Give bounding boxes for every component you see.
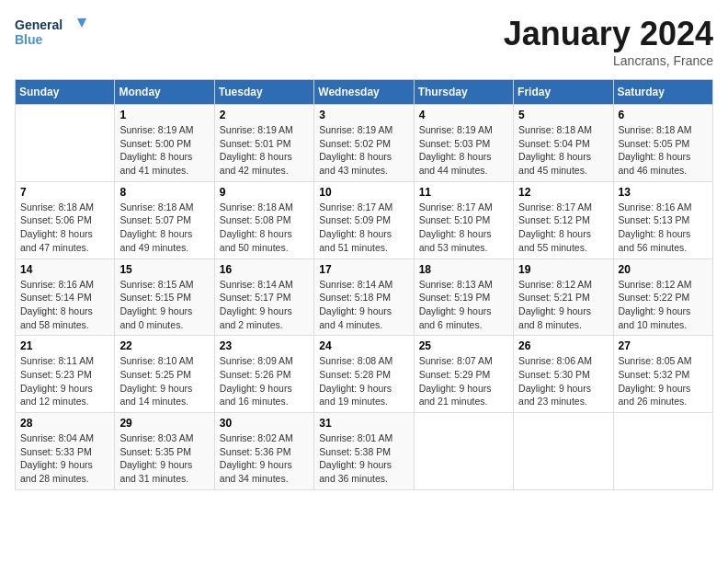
calendar-header: SundayMondayTuesdayWednesdayThursdayFrid… — [16, 80, 713, 105]
calendar-cell: 17Sunrise: 8:14 AMSunset: 5:18 PMDayligh… — [314, 259, 414, 336]
title-block: January 2024 Lancrans, France — [504, 15, 713, 68]
day-info: Sunrise: 8:16 AMSunset: 5:14 PMDaylight:… — [20, 278, 109, 332]
day-info: Sunrise: 8:13 AMSunset: 5:19 PMDaylight:… — [419, 278, 508, 332]
calendar-cell: 23Sunrise: 8:09 AMSunset: 5:26 PMDayligh… — [214, 336, 313, 413]
day-info: Sunrise: 8:07 AMSunset: 5:29 PMDaylight:… — [419, 354, 508, 408]
calendar-cell: 6Sunrise: 8:18 AMSunset: 5:05 PMDaylight… — [613, 105, 712, 182]
day-number: 7 — [20, 186, 109, 199]
day-number: 22 — [119, 339, 209, 352]
day-number: 21 — [20, 339, 109, 352]
day-info: Sunrise: 8:11 AMSunset: 5:23 PMDaylight:… — [20, 354, 109, 408]
day-number: 11 — [419, 186, 508, 199]
calendar-cell: 26Sunrise: 8:06 AMSunset: 5:30 PMDayligh… — [514, 336, 613, 413]
calendar-cell: 1Sunrise: 8:19 AMSunset: 5:00 PMDaylight… — [115, 105, 214, 182]
calendar-cell: 31Sunrise: 8:01 AMSunset: 5:38 PMDayligh… — [314, 413, 414, 490]
calendar-cell: 22Sunrise: 8:10 AMSunset: 5:25 PMDayligh… — [115, 336, 214, 413]
logo-svg: General Blue — [15, 15, 88, 48]
day-info: Sunrise: 8:18 AMSunset: 5:04 PMDaylight:… — [518, 123, 608, 178]
calendar-table: SundayMondayTuesdayWednesdayThursdayFrid… — [15, 79, 713, 490]
day-number: 5 — [518, 109, 608, 121]
day-number: 14 — [20, 263, 109, 276]
day-info: Sunrise: 8:18 AMSunset: 5:08 PMDaylight:… — [220, 201, 309, 255]
calendar-cell: 30Sunrise: 8:02 AMSunset: 5:36 PMDayligh… — [214, 413, 313, 490]
day-info: Sunrise: 8:19 AMSunset: 5:02 PMDaylight:… — [319, 123, 408, 178]
calendar-cell: 20Sunrise: 8:12 AMSunset: 5:22 PMDayligh… — [613, 259, 712, 336]
day-info: Sunrise: 8:14 AMSunset: 5:17 PMDaylight:… — [220, 278, 309, 332]
day-number: 10 — [319, 186, 408, 199]
day-number: 12 — [518, 186, 608, 199]
header-thursday: Thursday — [414, 80, 513, 105]
day-number: 25 — [419, 339, 508, 352]
day-info: Sunrise: 8:16 AMSunset: 5:13 PMDaylight:… — [619, 201, 708, 255]
day-number: 8 — [119, 186, 209, 199]
calendar-cell: 2Sunrise: 8:19 AMSunset: 5:01 PMDaylight… — [214, 105, 313, 182]
day-info: Sunrise: 8:10 AMSunset: 5:25 PMDaylight:… — [119, 354, 209, 408]
calendar-cell: 24Sunrise: 8:08 AMSunset: 5:28 PMDayligh… — [314, 336, 414, 413]
day-info: Sunrise: 8:02 AMSunset: 5:36 PMDaylight:… — [220, 431, 309, 486]
day-number: 28 — [20, 417, 109, 430]
calendar-cell: 8Sunrise: 8:18 AMSunset: 5:07 PMDaylight… — [115, 181, 214, 259]
day-number: 13 — [619, 186, 708, 199]
day-number: 15 — [119, 263, 209, 276]
day-number: 16 — [220, 263, 309, 276]
calendar-cell: 5Sunrise: 8:18 AMSunset: 5:04 PMDaylight… — [514, 105, 613, 182]
calendar-cell: 13Sunrise: 8:16 AMSunset: 5:13 PMDayligh… — [613, 181, 712, 259]
header-wednesday: Wednesday — [314, 80, 414, 105]
day-info: Sunrise: 8:18 AMSunset: 5:06 PMDaylight:… — [20, 201, 109, 255]
day-number: 1 — [119, 109, 209, 121]
calendar-cell: 15Sunrise: 8:15 AMSunset: 5:15 PMDayligh… — [115, 259, 214, 336]
calendar-cell: 21Sunrise: 8:11 AMSunset: 5:23 PMDayligh… — [16, 336, 115, 413]
calendar-cell: 3Sunrise: 8:19 AMSunset: 5:02 PMDaylight… — [314, 105, 414, 182]
calendar-cell — [613, 413, 712, 490]
day-number: 20 — [619, 263, 708, 276]
day-info: Sunrise: 8:04 AMSunset: 5:33 PMDaylight:… — [20, 431, 109, 486]
calendar-cell: 28Sunrise: 8:04 AMSunset: 5:33 PMDayligh… — [16, 413, 115, 490]
calendar-cell: 4Sunrise: 8:19 AMSunset: 5:03 PMDaylight… — [414, 105, 513, 182]
location: Lancrans, France — [504, 53, 713, 68]
calendar-cell: 16Sunrise: 8:14 AMSunset: 5:17 PMDayligh… — [214, 259, 313, 336]
day-info: Sunrise: 8:14 AMSunset: 5:18 PMDaylight:… — [319, 278, 408, 332]
day-number: 3 — [319, 109, 408, 121]
day-number: 17 — [319, 263, 408, 276]
calendar-cell — [414, 413, 513, 490]
day-info: Sunrise: 8:12 AMSunset: 5:21 PMDaylight:… — [518, 278, 608, 332]
day-number: 24 — [319, 339, 408, 352]
day-info: Sunrise: 8:19 AMSunset: 5:00 PMDaylight:… — [119, 123, 209, 178]
day-number: 19 — [518, 263, 608, 276]
calendar-cell: 25Sunrise: 8:07 AMSunset: 5:29 PMDayligh… — [414, 336, 513, 413]
day-number: 31 — [319, 417, 408, 430]
day-info: Sunrise: 8:12 AMSunset: 5:22 PMDaylight:… — [619, 278, 708, 332]
svg-text:General: General — [15, 17, 63, 32]
day-number: 9 — [220, 186, 309, 199]
day-info: Sunrise: 8:17 AMSunset: 5:12 PMDaylight:… — [518, 201, 608, 255]
day-number: 29 — [119, 417, 209, 430]
day-number: 6 — [619, 109, 708, 121]
calendar-cell — [16, 105, 115, 182]
header-tuesday: Tuesday — [214, 80, 313, 105]
svg-marker-2 — [77, 18, 86, 28]
day-info: Sunrise: 8:03 AMSunset: 5:35 PMDaylight:… — [119, 431, 209, 486]
calendar-cell: 18Sunrise: 8:13 AMSunset: 5:19 PMDayligh… — [414, 259, 513, 336]
day-info: Sunrise: 8:17 AMSunset: 5:10 PMDaylight:… — [419, 201, 508, 255]
page-header: General Blue January 2024 Lancrans, Fran… — [15, 15, 713, 68]
day-info: Sunrise: 8:06 AMSunset: 5:30 PMDaylight:… — [518, 354, 608, 408]
header-friday: Friday — [514, 80, 613, 105]
calendar-cell: 11Sunrise: 8:17 AMSunset: 5:10 PMDayligh… — [414, 181, 513, 259]
header-monday: Monday — [115, 80, 214, 105]
day-info: Sunrise: 8:18 AMSunset: 5:05 PMDaylight:… — [619, 123, 708, 178]
header-saturday: Saturday — [613, 80, 712, 105]
day-info: Sunrise: 8:01 AMSunset: 5:38 PMDaylight:… — [319, 431, 408, 486]
day-info: Sunrise: 8:09 AMSunset: 5:26 PMDaylight:… — [220, 354, 309, 408]
day-number: 23 — [220, 339, 309, 352]
calendar-cell: 12Sunrise: 8:17 AMSunset: 5:12 PMDayligh… — [514, 181, 613, 259]
day-info: Sunrise: 8:19 AMSunset: 5:01 PMDaylight:… — [220, 123, 309, 178]
header-sunday: Sunday — [16, 80, 115, 105]
svg-text:Blue: Blue — [15, 32, 43, 47]
day-info: Sunrise: 8:08 AMSunset: 5:28 PMDaylight:… — [319, 354, 408, 408]
calendar-cell: 29Sunrise: 8:03 AMSunset: 5:35 PMDayligh… — [115, 413, 214, 490]
day-number: 2 — [220, 109, 309, 121]
day-info: Sunrise: 8:05 AMSunset: 5:32 PMDaylight:… — [619, 354, 708, 408]
calendar-cell: 19Sunrise: 8:12 AMSunset: 5:21 PMDayligh… — [514, 259, 613, 336]
day-info: Sunrise: 8:19 AMSunset: 5:03 PMDaylight:… — [419, 123, 508, 178]
calendar-cell — [514, 413, 613, 490]
